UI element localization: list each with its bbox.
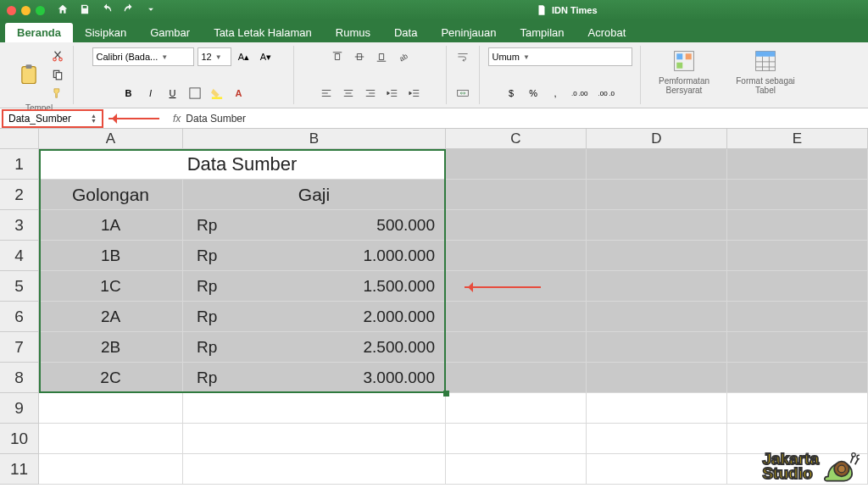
- cell-d2[interactable]: [587, 180, 727, 210]
- cell-d9[interactable]: [587, 393, 727, 424]
- cell-e8[interactable]: [727, 363, 868, 393]
- cell-c9[interactable]: [446, 393, 587, 424]
- cell-c11[interactable]: [446, 454, 587, 485]
- format-painter-button[interactable]: [49, 85, 66, 102]
- minimize-window-button[interactable]: [21, 6, 31, 15]
- bold-button[interactable]: B: [120, 84, 138, 103]
- wrap-text-button[interactable]: [453, 47, 472, 66]
- cut-button[interactable]: [49, 47, 66, 64]
- cell-d8[interactable]: [587, 363, 727, 393]
- cell-a9[interactable]: [39, 393, 183, 424]
- merge-button[interactable]: [453, 84, 472, 103]
- orientation-button[interactable]: ab: [394, 47, 413, 66]
- decrease-font-button[interactable]: A▾: [257, 47, 275, 66]
- tab-tataletak[interactable]: Tata Letak Halaman: [202, 23, 324, 42]
- currency-button[interactable]: $: [502, 84, 520, 103]
- cell-e7[interactable]: [727, 332, 868, 363]
- cell-d3[interactable]: [587, 210, 727, 241]
- align-right-button[interactable]: [361, 84, 380, 103]
- redo-icon[interactable]: [123, 3, 135, 17]
- cell-b11[interactable]: [183, 454, 446, 485]
- cell-e4[interactable]: [727, 241, 868, 271]
- home-icon[interactable]: [57, 3, 69, 17]
- customize-qat-icon[interactable]: [145, 3, 157, 17]
- cell-c1[interactable]: [446, 149, 587, 180]
- cell-a10[interactable]: [39, 424, 183, 454]
- align-bottom-button[interactable]: [372, 47, 391, 66]
- cell-d4[interactable]: [587, 241, 727, 271]
- select-all-corner[interactable]: [0, 129, 39, 149]
- cell-b6[interactable]: Rp2.000.000: [183, 302, 446, 332]
- tab-sisipkan[interactable]: Sisipkan: [73, 23, 138, 42]
- increase-indent-button[interactable]: [405, 84, 424, 103]
- tab-tampilan[interactable]: Tampilan: [508, 23, 576, 42]
- font-color-button[interactable]: A: [230, 84, 248, 103]
- cell-header-gaji[interactable]: Gaji: [183, 180, 446, 210]
- cell-d11[interactable]: [587, 454, 727, 485]
- cell-c2[interactable]: [446, 180, 587, 210]
- tab-acrobat[interactable]: Acrobat: [576, 23, 638, 42]
- row-header-4[interactable]: 4: [0, 241, 39, 271]
- cell-d10[interactable]: [587, 424, 727, 454]
- tab-beranda[interactable]: Beranda: [5, 23, 73, 42]
- cell-c4[interactable]: [446, 241, 587, 271]
- cell-e1[interactable]: [727, 149, 868, 180]
- cell-a11[interactable]: [39, 454, 183, 485]
- cell-a3[interactable]: 1A: [39, 210, 183, 241]
- row-header-3[interactable]: 3: [0, 210, 39, 241]
- cells-area[interactable]: Data Sumber Golongan Gaji 1A Rp500.000 1…: [39, 149, 868, 485]
- increase-font-button[interactable]: A▴: [235, 47, 253, 66]
- row-header-7[interactable]: 7: [0, 332, 39, 363]
- column-header-a[interactable]: A: [39, 129, 183, 149]
- align-left-button[interactable]: [317, 84, 336, 103]
- font-size-select[interactable]: 12▼: [198, 47, 231, 66]
- tab-data[interactable]: Data: [382, 23, 429, 42]
- cell-d7[interactable]: [587, 332, 727, 363]
- percent-button[interactable]: %: [524, 84, 542, 103]
- cell-header-golongan[interactable]: Golongan: [39, 180, 183, 210]
- cell-d6[interactable]: [587, 302, 727, 332]
- column-header-b[interactable]: B: [183, 129, 446, 149]
- underline-button[interactable]: U: [164, 84, 182, 103]
- fx-icon[interactable]: fx: [173, 113, 181, 125]
- column-header-d[interactable]: D: [587, 129, 727, 149]
- row-header-9[interactable]: 9: [0, 393, 39, 424]
- cell-c6[interactable]: [446, 302, 587, 332]
- row-header-6[interactable]: 6: [0, 302, 39, 332]
- save-icon[interactable]: [79, 3, 91, 17]
- cell-b4[interactable]: Rp1.000.000: [183, 241, 446, 271]
- cell-e5[interactable]: [727, 271, 868, 302]
- row-header-1[interactable]: 1: [0, 149, 39, 180]
- cell-e2[interactable]: [727, 180, 868, 210]
- cell-d5[interactable]: [587, 271, 727, 302]
- column-header-c[interactable]: C: [446, 129, 587, 149]
- cell-c10[interactable]: [446, 424, 587, 454]
- cell-b9[interactable]: [183, 393, 446, 424]
- copy-button[interactable]: [49, 66, 66, 83]
- cell-c3[interactable]: [446, 210, 587, 241]
- comma-button[interactable]: ,: [546, 84, 565, 103]
- cell-b8[interactable]: Rp3.000.000: [183, 363, 446, 393]
- cell-e6[interactable]: [727, 302, 868, 332]
- format-as-table-button[interactable]: Format sebagai Tabel: [729, 47, 802, 97]
- cell-title[interactable]: Data Sumber: [39, 149, 446, 180]
- number-format-select[interactable]: Umum▼: [488, 47, 632, 66]
- cell-a6[interactable]: 2A: [39, 302, 183, 332]
- tab-rumus[interactable]: Rumus: [324, 23, 382, 42]
- row-header-8[interactable]: 8: [0, 363, 39, 393]
- align-center-button[interactable]: [339, 84, 358, 103]
- cell-e9[interactable]: [727, 393, 868, 424]
- name-box[interactable]: Data_Sumber ▲▼: [2, 109, 103, 128]
- name-box-spinner[interactable]: ▲▼: [91, 114, 97, 124]
- border-button[interactable]: [186, 84, 204, 103]
- align-middle-button[interactable]: [350, 47, 369, 66]
- cell-e3[interactable]: [727, 210, 868, 241]
- cell-c7[interactable]: [446, 332, 587, 363]
- row-header-5[interactable]: 5: [0, 271, 39, 302]
- cell-a7[interactable]: 2B: [39, 332, 183, 363]
- cell-b7[interactable]: Rp2.500.000: [183, 332, 446, 363]
- undo-icon[interactable]: [101, 3, 113, 17]
- cell-a5[interactable]: 1C: [39, 271, 183, 302]
- decrease-decimal-button[interactable]: .00 .0: [595, 84, 618, 103]
- close-window-button[interactable]: [7, 6, 16, 15]
